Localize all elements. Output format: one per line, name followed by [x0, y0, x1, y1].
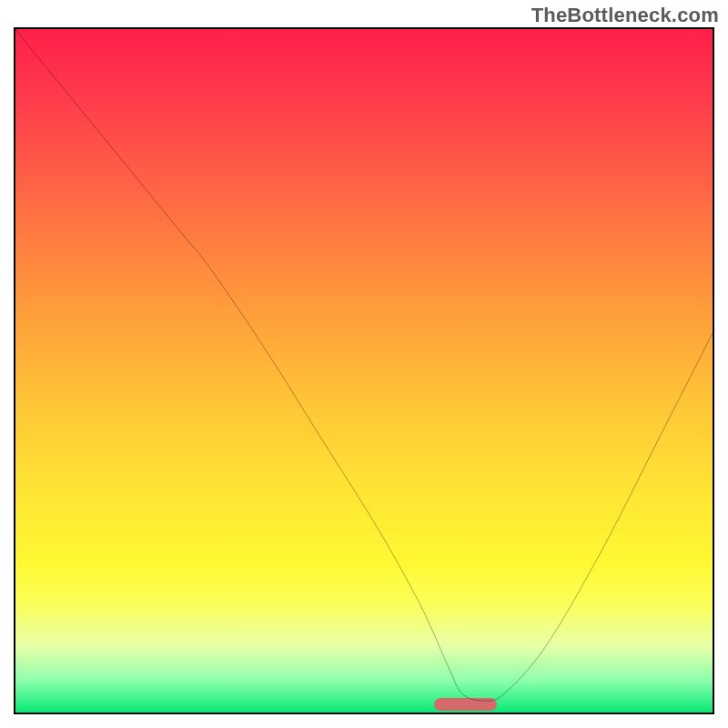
chart-root: TheBottleneck.com: [0, 0, 728, 728]
curve-path: [14, 27, 714, 701]
plot-area: [14, 27, 714, 714]
watermark-text: TheBottleneck.com: [531, 4, 719, 27]
bottleneck-curve: [14, 27, 714, 714]
